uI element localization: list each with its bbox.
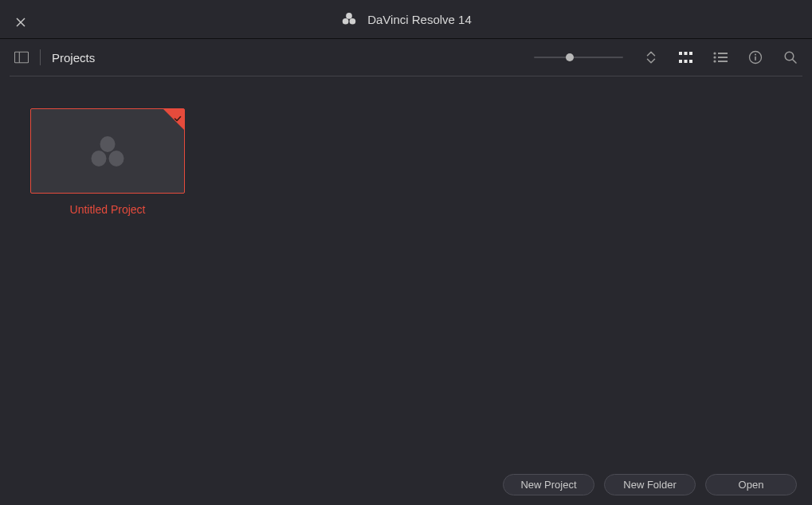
toolbar: Projects	[10, 39, 802, 76]
panel-toggle-icon[interactable]	[14, 50, 29, 65]
svg-rect-18	[718, 61, 728, 62]
toolbar-title: Projects	[52, 51, 95, 65]
svg-rect-16	[718, 57, 728, 58]
toolbar-divider	[40, 49, 41, 65]
svg-rect-21	[755, 57, 756, 61]
app-title: DaVinci Resolve 14	[367, 13, 472, 26]
svg-point-13	[713, 52, 716, 54]
svg-rect-9	[689, 52, 692, 55]
thumbnail-size-slider[interactable]	[534, 49, 623, 65]
svg-rect-7	[679, 52, 682, 55]
svg-rect-12	[689, 60, 692, 63]
window-titlebar: DaVinci Resolve 14	[0, 0, 812, 39]
svg-rect-11	[685, 60, 688, 63]
svg-line-23	[793, 60, 797, 64]
open-button[interactable]: Open	[705, 474, 797, 495]
projects-grid: Untitled Project	[0, 76, 812, 248]
info-icon[interactable]	[748, 50, 763, 65]
project-item[interactable]: Untitled Project	[30, 108, 185, 216]
new-folder-button[interactable]: New Folder	[604, 474, 696, 495]
list-view-icon[interactable]	[713, 52, 728, 63]
svg-point-20	[755, 54, 756, 56]
svg-point-3	[343, 18, 349, 25]
grid-view-icon[interactable]	[679, 52, 692, 63]
svg-rect-14	[718, 53, 728, 54]
svg-point-15	[713, 56, 716, 58]
svg-point-24	[100, 136, 116, 152]
footer-buttons: New Project New Folder Open	[503, 474, 797, 495]
svg-point-25	[92, 151, 107, 166]
svg-rect-8	[685, 52, 688, 55]
svg-rect-10	[679, 60, 682, 63]
svg-point-26	[109, 151, 124, 166]
close-icon[interactable]	[16, 16, 25, 25]
svg-point-4	[350, 18, 356, 25]
new-project-button[interactable]: New Project	[503, 474, 594, 495]
project-thumbnail[interactable]	[30, 108, 185, 194]
sort-icon[interactable]	[644, 50, 658, 65]
search-icon[interactable]	[783, 50, 798, 65]
app-logo-icon	[340, 10, 358, 28]
project-placeholder-icon	[88, 134, 127, 169]
svg-point-2	[346, 13, 352, 19]
svg-rect-5	[14, 52, 28, 63]
checkmark-icon	[174, 112, 182, 126]
svg-point-17	[713, 60, 716, 62]
project-name-label: Untitled Project	[70, 203, 146, 216]
